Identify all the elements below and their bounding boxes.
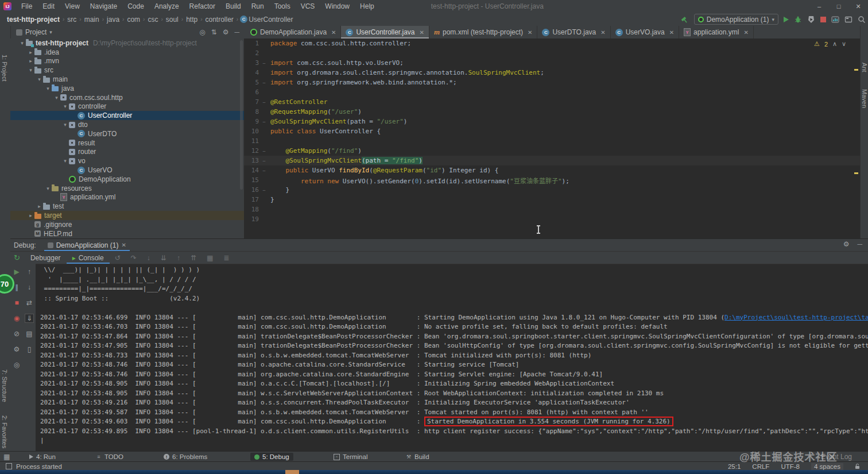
stop-button[interactable] — [820, 17, 826, 22]
tool-window-switcher-icon[interactable]: ▦ — [3, 453, 10, 461]
tree-item-HELP.md[interactable]: MHELP.md — [10, 229, 244, 238]
toolwindow-button-problems[interactable]: !6: Problems — [160, 453, 211, 461]
fold-marker-icon[interactable]: − — [259, 187, 269, 193]
encoding-widget[interactable]: UTF-8 — [781, 463, 800, 470]
log-file-link[interactable]: D:\myProject\soul\test-http-project\targ… — [724, 314, 868, 321]
search-everywhere-icon[interactable] — [858, 16, 866, 24]
settings-icon[interactable]: ⚙ — [12, 345, 21, 354]
tree-item-controller[interactable]: ▾controller — [10, 102, 244, 111]
fold-marker-icon[interactable]: − — [259, 99, 269, 105]
hide-icon[interactable]: ─ — [234, 28, 239, 36]
toolwindow-button-run[interactable]: 4: Run — [25, 453, 60, 461]
tree-toggle-icon[interactable]: ▾ — [18, 40, 26, 46]
tree-item-UserController[interactable]: CUserController — [10, 111, 244, 120]
run-with-coverage-button[interactable] — [807, 16, 815, 24]
fold-marker-icon[interactable]: − — [259, 80, 269, 86]
fold-marker-icon[interactable]: − — [259, 148, 269, 154]
debug-console[interactable]: \\/ ___)| |_)| | | | | || (_| | ) ) ) ) … — [36, 264, 868, 452]
lock-icon[interactable] — [855, 463, 860, 469]
tree-item-main[interactable]: ▾main — [10, 75, 244, 84]
code-line-2[interactable]: 2 — [244, 48, 860, 58]
toolwindow-button-todo[interactable]: ≡TODO — [92, 453, 127, 461]
layout-button[interactable] — [844, 16, 852, 24]
code-line-9[interactable]: 9−@SoulSpringMvcClient(path = "/user") — [244, 117, 860, 126]
menu-view[interactable]: View — [60, 2, 85, 10]
up-stack-icon[interactable]: ↑ — [25, 267, 34, 276]
breadcrumb-item[interactable]: main — [83, 16, 100, 24]
stripe-ant-button[interactable]: Ant — [861, 63, 868, 72]
view-breakpoints-icon[interactable]: ◉ — [12, 314, 21, 323]
editor-tab-DemoApplication.java[interactable]: DemoApplication.java✕ — [246, 26, 341, 38]
run-configuration-select[interactable]: DemoApplication (1) ▾ — [694, 14, 778, 25]
print-icon[interactable]: ▤ — [25, 329, 34, 338]
debug-view-tab-console[interactable]: ▸Console — [67, 252, 110, 264]
resume-icon[interactable]: ▶ — [12, 267, 21, 276]
breadcrumb-item[interactable]: src — [66, 16, 78, 24]
code-line-6[interactable]: 6 — [244, 87, 860, 97]
tree-item-dto[interactable]: ▾dto — [10, 120, 244, 129]
menu-build[interactable]: Build — [220, 2, 246, 10]
menu-analyze[interactable]: Analyze — [149, 2, 184, 10]
fold-marker-icon[interactable]: − — [259, 119, 269, 125]
debug-view-tab-debugger[interactable]: Debugger — [25, 252, 67, 264]
locate-icon[interactable]: ◎ — [199, 28, 205, 36]
fold-marker-icon[interactable]: − — [259, 60, 269, 66]
code-line-11[interactable]: 11 — [244, 136, 860, 146]
breadcrumb-item[interactable]: soul — [165, 16, 180, 24]
code-line-8[interactable]: 8@RequestMapping("/user") — [244, 107, 860, 117]
minimize-button[interactable]: – — [809, 0, 829, 13]
debug-button[interactable] — [794, 16, 802, 24]
project-tree-scrollbar[interactable] — [240, 40, 243, 190]
menu-file[interactable]: File — [16, 2, 37, 10]
breadcrumb-item[interactable]: controller — [204, 16, 234, 24]
tree-toggle-icon[interactable]: ▾ — [61, 103, 69, 109]
pin-icon[interactable]: ◎ — [12, 360, 21, 369]
tree-toggle-icon[interactable]: ▾ — [61, 158, 69, 164]
breadcrumb-item[interactable]: http — [185, 16, 199, 24]
code-line-14[interactable]: 14− public UserVO findById(@RequestParam… — [244, 165, 860, 175]
close-icon[interactable]: ✕ — [121, 242, 126, 248]
breadcrumb-item[interactable]: com — [126, 16, 141, 24]
tree-toggle-icon[interactable]: ▾ — [61, 122, 69, 128]
tree-toggle-icon[interactable]: ▾ — [36, 76, 43, 82]
tree-toggle-icon[interactable]: ▾ — [27, 67, 34, 73]
tree-item-vo[interactable]: ▾vo — [10, 156, 244, 165]
settings-icon[interactable]: ⚙ — [223, 28, 229, 36]
tree-item-resources[interactable]: ▾resources — [10, 184, 244, 193]
collapse-all-icon[interactable]: ⇅ — [211, 28, 217, 36]
code-line-15[interactable]: 15 return new UserVO().setGender(0).setI… — [244, 175, 860, 185]
tree-toggle-icon[interactable]: ▾ — [44, 86, 52, 91]
fold-marker-icon[interactable]: − — [259, 168, 269, 174]
close-icon[interactable]: ✕ — [600, 29, 605, 36]
settings-icon[interactable]: ⚙ — [843, 240, 850, 248]
code-line-3[interactable]: 3−import com.csc.soul.http.vo.UserVO; — [244, 58, 860, 68]
line-ending-widget[interactable]: CRLF — [752, 463, 769, 470]
tree-item-DemoApplication[interactable]: DemoApplication — [10, 175, 244, 184]
code-line-5[interactable]: 5−import org.springframework.web.bind.an… — [244, 78, 860, 87]
hide-icon[interactable]: ─ — [857, 240, 862, 248]
code-line-17[interactable]: 17} — [244, 195, 860, 205]
code-line-13[interactable]: 13− @SoulSpringMvcClient(path = "/find") — [244, 156, 860, 165]
tree-item-.gitignore[interactable]: g.gitignore — [10, 220, 244, 229]
rerun-icon[interactable]: ↻ — [14, 253, 20, 262]
editor-tab-pom.xml[interactable]: mpom.xml (test-http-project)✕ — [429, 26, 538, 38]
tree-toggle-icon[interactable]: ▾ — [44, 186, 52, 191]
tree-item-.mvn[interactable]: ▸.mvn — [10, 57, 244, 66]
code-line-10[interactable]: 10public class UserController { — [244, 126, 860, 136]
menu-refactor[interactable]: Refactor — [184, 2, 220, 10]
step-into-icon[interactable]: ↓ — [147, 254, 150, 262]
code-line-16[interactable]: 16− } — [244, 185, 860, 195]
close-icon[interactable]: ✕ — [331, 29, 336, 36]
caret-position-widget[interactable]: 25:1 — [728, 463, 741, 470]
code-editor[interactable]: 1package com.csc.soul.http.controller;23… — [244, 38, 860, 238]
breadcrumb-item[interactable]: csc — [146, 16, 159, 24]
code-line-18[interactable]: 18 — [244, 205, 860, 214]
tree-item-router[interactable]: router — [10, 148, 244, 157]
soft-wrap-icon[interactable]: ⇄ — [25, 298, 34, 307]
stripe-favorites-button[interactable]: 2: Favorites — [1, 415, 8, 448]
view-options-icon[interactable]: ▦ — [207, 254, 213, 262]
toolwindow-button-build[interactable]: ⚒Build — [402, 453, 433, 461]
menu-window[interactable]: Window — [320, 2, 355, 10]
tree-toggle-icon[interactable]: ▸ — [36, 203, 43, 209]
build-hammer-icon[interactable] — [681, 16, 689, 24]
